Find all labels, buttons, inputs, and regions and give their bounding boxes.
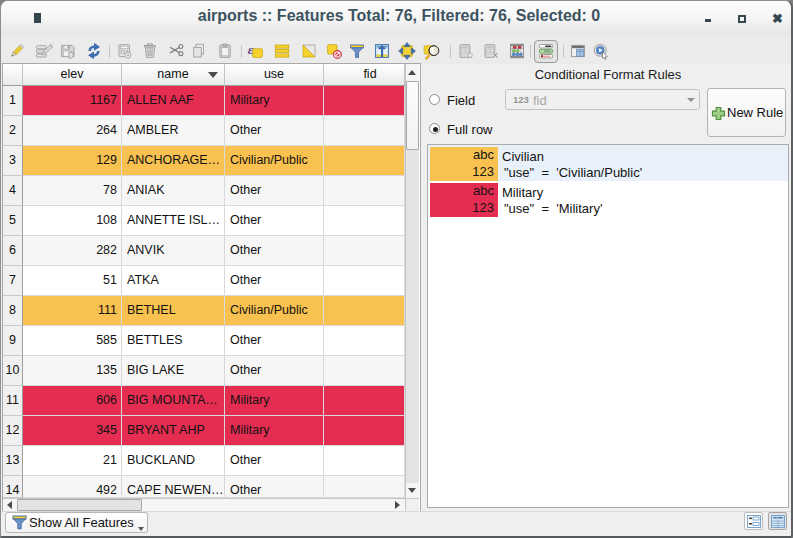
svg-text:ε: ε	[248, 42, 254, 57]
